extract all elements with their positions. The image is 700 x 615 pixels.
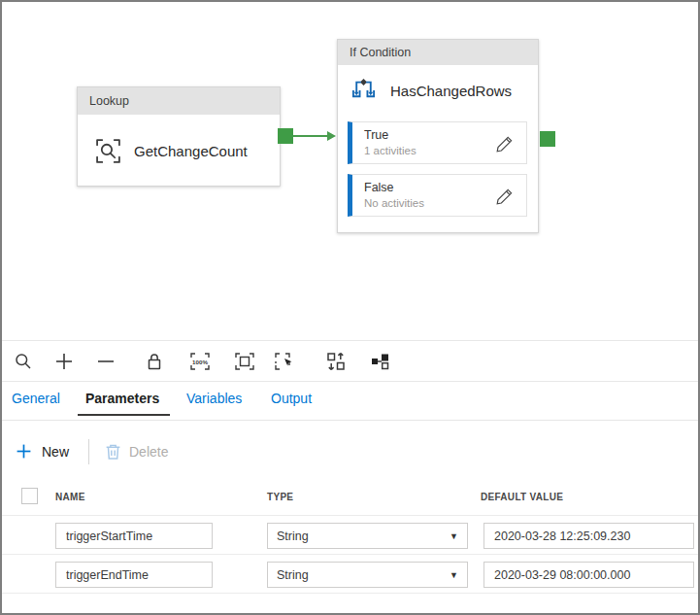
if-condition-output-port[interactable]	[540, 131, 555, 147]
tab-variables[interactable]: Variables	[186, 391, 242, 406]
divider	[2, 420, 698, 421]
delete-parameter-button[interactable]: Delete	[104, 441, 182, 464]
true-branch-activity-count: 1 activities	[364, 145, 517, 156]
delete-button-label: Delete	[129, 444, 168, 460]
divider	[88, 439, 89, 464]
connector-arrowhead-icon	[327, 131, 336, 141]
tab-general[interactable]: General	[12, 391, 60, 406]
parameter-default-value-input[interactable]	[483, 562, 694, 588]
pipeline-editor: Lookup GetChangeCount If Condition	[0, 0, 700, 615]
chevron-down-icon: ▼	[450, 531, 458, 541]
auto-align-icon[interactable]	[324, 350, 348, 373]
if-condition-activity-type-label: If Condition	[338, 40, 538, 65]
lookup-activity-node[interactable]: Lookup GetChangeCount	[77, 86, 281, 187]
pipeline-canvas[interactable]: Lookup GetChangeCount If Condition	[2, 2, 698, 338]
column-header-name: NAME	[55, 492, 85, 502]
tab-parameters[interactable]: Parameters	[85, 391, 159, 406]
plus-icon	[16, 443, 32, 460]
chevron-down-icon: ▼	[450, 570, 458, 580]
new-button-label: New	[42, 444, 69, 460]
canvas-toolbar: 100%	[2, 340, 698, 382]
reset-zoom-icon[interactable]: 100%	[188, 350, 212, 373]
true-branch-card[interactable]: True 1 activities	[348, 121, 527, 164]
lock-canvas-icon[interactable]	[143, 350, 166, 373]
parameter-type-dropdown[interactable]: String ▼	[267, 523, 468, 549]
false-branch-activity-count: No activities	[364, 197, 517, 209]
lookup-activity-name: GetChangeCount	[134, 143, 248, 159]
true-branch-label: True	[364, 128, 517, 142]
zoom-level-label: 100%	[192, 359, 208, 365]
if-condition-activity-node[interactable]: If Condition HasChan	[337, 39, 539, 233]
connector-line	[293, 135, 328, 137]
zoom-out-icon[interactable]	[94, 350, 117, 373]
new-parameter-button[interactable]: New	[16, 441, 80, 464]
config-tabstrip: General Parameters Variables Output	[2, 383, 698, 420]
lookup-icon	[95, 138, 121, 164]
if-condition-icon	[350, 79, 377, 103]
lookup-activity-type-label: Lookup	[78, 87, 280, 115]
column-header-default-value: DEFAULT VALUE	[481, 492, 563, 502]
edit-pencil-icon[interactable]	[495, 134, 515, 154]
if-condition-activity-name: HasChangedRows	[390, 83, 512, 99]
select-all-checkbox[interactable]	[21, 488, 38, 504]
parameter-default-value-input[interactable]	[483, 523, 694, 549]
zoom-to-fit-icon[interactable]	[233, 350, 256, 373]
parameter-type-value: String	[277, 568, 309, 582]
parameter-type-value: String	[277, 530, 309, 543]
parameters-command-bar: New Delete	[2, 429, 698, 472]
parameter-type-dropdown[interactable]: String ▼	[267, 562, 468, 588]
active-tab-indicator	[78, 414, 170, 416]
edit-pencil-icon[interactable]	[495, 187, 515, 206]
column-header-type: TYPE	[267, 492, 293, 502]
parameter-name-input[interactable]	[55, 523, 213, 549]
search-icon[interactable]	[12, 350, 35, 373]
multi-select-icon[interactable]	[273, 350, 296, 373]
false-branch-label: False	[364, 181, 517, 194]
lookup-output-port[interactable]	[278, 128, 293, 144]
tab-output[interactable]: Output	[271, 391, 312, 406]
divider	[2, 554, 698, 555]
parameter-name-input[interactable]	[55, 562, 213, 588]
divider	[2, 515, 698, 516]
trash-icon	[104, 442, 122, 461]
layout-icon[interactable]	[369, 350, 392, 373]
zoom-in-icon[interactable]	[52, 350, 76, 373]
false-branch-card[interactable]: False No activities	[348, 174, 527, 217]
divider	[2, 593, 698, 594]
